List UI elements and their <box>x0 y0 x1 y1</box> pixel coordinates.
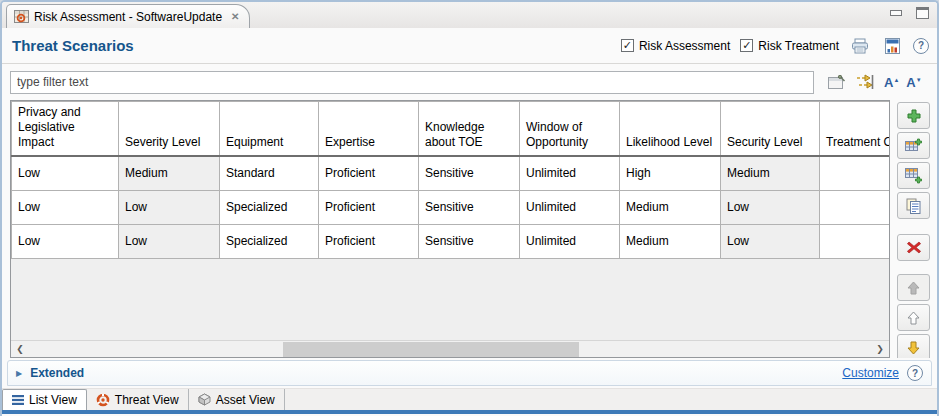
chevron-right-icon[interactable]: ▶ <box>16 369 22 378</box>
table-cell[interactable]: Standard <box>220 156 319 190</box>
help-icon[interactable]: ? <box>907 365 923 381</box>
copy-button[interactable] <box>897 192 930 219</box>
table-cell[interactable]: Medium <box>119 156 220 190</box>
maximize-icon[interactable] <box>916 7 929 19</box>
delete-button[interactable] <box>897 234 930 261</box>
list-view-icon <box>12 395 24 405</box>
table-cell[interactable]: Low <box>721 224 820 258</box>
risk-assessment-checkbox[interactable]: ✓ Risk Assessment <box>621 39 730 53</box>
move-top-button <box>897 274 930 301</box>
print-icon[interactable] <box>849 35 871 57</box>
table-cell[interactable]: Unlimited <box>520 190 620 224</box>
arrow-down-icon <box>907 341 920 355</box>
add-button[interactable] <box>897 102 930 129</box>
table-cell[interactable]: High <box>620 156 721 190</box>
scroll-left-icon[interactable]: ❮ <box>11 341 29 357</box>
report-icon[interactable] <box>881 35 903 57</box>
tab-asset-view[interactable]: Asset View <box>189 389 285 410</box>
table-cell[interactable] <box>820 224 890 258</box>
table-cell[interactable] <box>820 190 890 224</box>
table-cell[interactable]: Specialized <box>220 224 319 258</box>
checkbox-check-icon[interactable]: ✓ <box>621 39 634 52</box>
collapse-arrows-icon[interactable] <box>855 71 877 93</box>
customize-link[interactable]: Customize <box>842 366 899 380</box>
scroll-right-icon[interactable]: ❯ <box>871 341 889 357</box>
table-cell[interactable]: Medium <box>620 224 721 258</box>
checkbox-check-icon[interactable]: ✓ <box>740 39 753 52</box>
side-toolbar <box>890 100 937 358</box>
pin-editor-icon[interactable] <box>826 71 848 93</box>
editor-tab-strip: Risk Assessment - SoftwareUpdate ✕ <box>2 2 937 28</box>
scrollbar-thumb[interactable] <box>283 342 579 357</box>
column-header[interactable]: Equipment <box>220 102 319 157</box>
view-header: Threat Scenarios ✓ Risk Assessment ✓ Ris… <box>2 28 937 64</box>
close-icon[interactable]: ✕ <box>231 11 239 22</box>
threat-table-container: Privacy and Legislative ImpactSeverity L… <box>10 100 890 358</box>
column-header[interactable]: Privacy and Legislative Impact <box>12 102 119 157</box>
filter-row: A▲ A▼ <box>2 64 937 100</box>
column-header[interactable]: Likelihood Level <box>620 102 721 157</box>
main-content: Privacy and Legislative ImpactSeverity L… <box>2 100 937 358</box>
table-row[interactable]: LowLowSpecializedProficientSensitiveUnli… <box>12 224 890 258</box>
editor-tab-risk-assessment[interactable]: Risk Assessment - SoftwareUpdate ✕ <box>6 4 250 28</box>
risk-assessment-checkbox-label: Risk Assessment <box>639 39 730 53</box>
column-header[interactable]: Window of Opportunity <box>520 102 620 157</box>
move-down-button[interactable] <box>897 334 930 361</box>
table-cell[interactable]: Medium <box>721 156 820 190</box>
delete-x-icon <box>907 241 921 254</box>
table-scroll-area[interactable]: Privacy and Legislative ImpactSeverity L… <box>11 101 889 340</box>
table-cell[interactable]: Low <box>119 224 220 258</box>
column-header[interactable]: Security Level <box>721 102 820 157</box>
table-cell[interactable]: Low <box>12 224 119 258</box>
plus-icon <box>907 109 921 123</box>
table-cell[interactable]: Sensitive <box>419 224 520 258</box>
move-up-button[interactable] <box>897 304 930 331</box>
risk-treatment-checkbox-label: Risk Treatment <box>758 39 839 53</box>
table-cell[interactable]: Sensitive <box>419 156 520 190</box>
risk-assessment-window: Risk Assessment - SoftwareUpdate ✕ Threa… <box>0 0 939 416</box>
risk-treatment-checkbox[interactable]: ✓ Risk Treatment <box>740 39 839 53</box>
asset-view-icon <box>198 393 211 406</box>
filter-input[interactable] <box>10 71 814 94</box>
column-header[interactable]: Treatment Option <box>820 102 890 157</box>
tab-threat-view[interactable]: Threat View <box>87 389 189 410</box>
table-cell[interactable]: Proficient <box>319 224 419 258</box>
table-cell[interactable]: Medium <box>620 190 721 224</box>
editor-tab-title: Risk Assessment - SoftwareUpdate <box>34 10 222 24</box>
table-cell[interactable]: Low <box>721 190 820 224</box>
add-child-row-button[interactable] <box>897 162 930 189</box>
column-header[interactable]: Severity Level <box>119 102 220 157</box>
column-header[interactable]: Expertise <box>319 102 419 157</box>
arrow-up-icon <box>907 311 920 325</box>
tab-list-view[interactable]: List View <box>2 389 87 410</box>
risk-assessment-tab-icon <box>14 10 29 23</box>
table-cell[interactable]: Low <box>12 156 119 190</box>
table-cell[interactable]: Unlimited <box>520 156 620 190</box>
table-cell[interactable]: Proficient <box>319 190 419 224</box>
table-cell[interactable]: Low <box>119 190 220 224</box>
add-row-button[interactable] <box>897 132 930 159</box>
table-cell[interactable] <box>820 156 890 190</box>
table-row[interactable]: LowMediumStandardProficientSensitiveUnli… <box>12 156 890 190</box>
horizontal-scrollbar[interactable]: ❮ ❯ <box>11 340 889 357</box>
table-cell[interactable]: Low <box>12 190 119 224</box>
window-bottom-accent <box>2 410 937 414</box>
table-add-below-icon <box>905 168 922 184</box>
font-decrease-icon[interactable]: A▼ <box>906 76 921 89</box>
help-icon[interactable]: ? <box>913 38 929 54</box>
table-cell[interactable]: Sensitive <box>419 190 520 224</box>
table-cell[interactable]: Specialized <box>220 190 319 224</box>
page-title: Threat Scenarios <box>12 37 621 54</box>
table-header-row: Privacy and Legislative ImpactSeverity L… <box>12 102 890 157</box>
arrow-up-icon <box>907 281 920 295</box>
tab-label: Threat View <box>115 393 179 407</box>
table-cell[interactable]: Proficient <box>319 156 419 190</box>
font-increase-icon[interactable]: A▲ <box>884 76 899 89</box>
column-header[interactable]: Knowledge about TOE <box>419 102 520 157</box>
table-cell[interactable]: Unlimited <box>520 224 620 258</box>
extended-section-label[interactable]: Extended <box>30 366 84 380</box>
minimize-icon[interactable] <box>890 10 902 16</box>
table-row[interactable]: LowLowSpecializedProficientSensitiveUnli… <box>12 190 890 224</box>
threat-table: Privacy and Legislative ImpactSeverity L… <box>11 101 889 259</box>
threat-view-icon <box>96 393 110 407</box>
